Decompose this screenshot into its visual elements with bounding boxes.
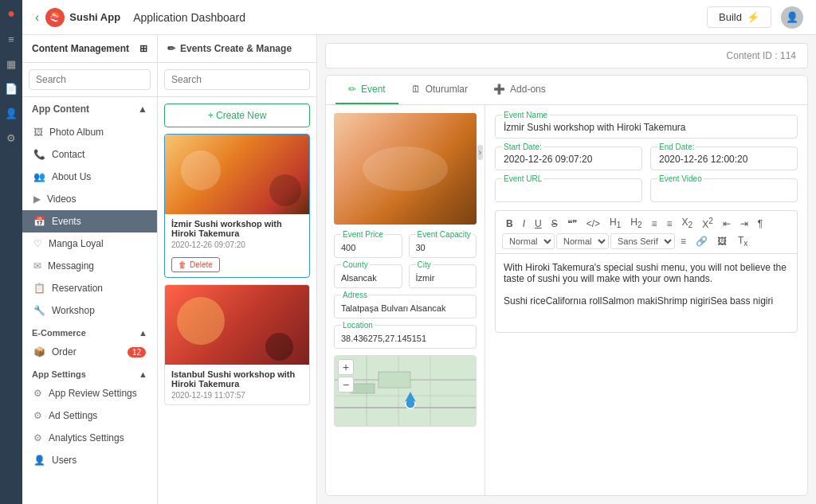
blockquote-button[interactable]: ❝❞ — [563, 217, 581, 231]
map-zoom-in-button[interactable]: + — [338, 359, 354, 375]
start-date-field: Start Date: — [495, 147, 642, 170]
font-select[interactable]: Sans Serif — [610, 233, 675, 249]
app-settings-section: App Settings ▲ — [22, 363, 157, 382]
indent-right-button[interactable]: ⇥ — [736, 217, 752, 231]
app-logo: 🍣 — [45, 8, 65, 27]
user-avatar[interactable]: 👤 — [781, 6, 803, 29]
app-content-section: App Content ▲ — [22, 97, 157, 121]
svg-rect-7 — [351, 384, 375, 393]
tab-addons[interactable]: ➕ Add-ons — [481, 76, 559, 104]
collapse-icon[interactable]: ▲ — [138, 104, 147, 115]
photo-album-icon: 🖼 — [33, 127, 43, 138]
sidebar-item-messaging[interactable]: ✉ Messaging — [22, 255, 157, 277]
delete-button-0[interactable]: 🗑 Delete — [171, 257, 220, 272]
link-button[interactable]: 🔗 — [692, 234, 712, 248]
detail-card: ✏ Event 🗓 Oturumlar ➕ Add-ons — [325, 75, 808, 496]
about-icon: 👥 — [33, 171, 45, 182]
sidebar-item-users[interactable]: 👤 Users — [22, 449, 157, 471]
create-new-button[interactable]: + Create New — [164, 104, 310, 127]
sidebar-item-videos[interactable]: ▶ Videos — [22, 188, 157, 210]
underline-button[interactable]: U — [531, 217, 546, 231]
rte-content-2: Sushi riceCalifornıa rollSalmon makiShri… — [504, 295, 789, 307]
subscript-button[interactable]: X2 — [678, 215, 697, 231]
rte-body[interactable]: With Hiroki Takemura's special sushi men… — [495, 253, 798, 333]
collapse-settings-icon[interactable]: ▲ — [139, 369, 147, 379]
image-insert-button[interactable]: 🖼 — [713, 234, 731, 248]
end-date-field: End Date: — [650, 147, 798, 170]
order-icon: 📦 — [33, 346, 45, 357]
italic-button[interactable]: I — [519, 217, 529, 231]
page-title: Application Dashboard — [133, 11, 707, 24]
city-field: City İzmir — [409, 264, 477, 288]
sidebar-item-photo-album[interactable]: 🖼 Photo Album — [22, 121, 157, 143]
detail-tabs: ✏ Event 🗓 Oturumlar ➕ Add-ons — [326, 76, 807, 105]
settings-icon[interactable]: ⚙ — [6, 132, 16, 144]
content-id-bar: Content ID : 114 — [325, 43, 808, 68]
sidebar-item-workshop[interactable]: 🔧 Workshop — [22, 299, 157, 322]
clear-format-button[interactable]: Tx — [734, 233, 751, 249]
strikethrough-button[interactable]: S — [547, 217, 562, 231]
sidebar-search — [22, 63, 157, 97]
order-badge: 12 — [128, 347, 146, 357]
event-search-input[interactable] — [164, 69, 310, 90]
ordered-list-button[interactable]: ≡ — [663, 217, 677, 231]
collapse-ecommerce-icon[interactable]: ▲ — [139, 328, 147, 338]
event-preview-panel: › Event Price 400 Event Capacity 30 — [326, 105, 485, 495]
bullet-list-button[interactable]: ≡ — [648, 217, 661, 231]
event-video-field: Event Video — [650, 178, 798, 202]
h2-button[interactable]: H2 — [626, 215, 645, 231]
icon-bar: ● ≡ ▦ 📄 👤 ⚙ — [0, 0, 22, 504]
document-icon[interactable]: 📄 — [5, 83, 18, 95]
detail-body: › Event Price 400 Event Capacity 30 — [326, 105, 807, 495]
next-arrow[interactable]: › — [477, 145, 483, 160]
event-card-0[interactable]: İzmir Sushi workshop with Hiroki Takemur… — [164, 134, 310, 278]
bold-button[interactable]: B — [502, 217, 517, 231]
menu-icon[interactable]: ≡ — [8, 33, 14, 45]
event-card-date-0: 2020-12-26 09:07:20 — [171, 240, 303, 249]
map-svg — [335, 356, 476, 426]
dashboard-icon[interactable]: ▦ — [6, 58, 16, 70]
event-price-field: Event Price 400 — [334, 234, 402, 258]
map-zoom-out-button[interactable]: − — [338, 377, 354, 393]
reservation-icon: 📋 — [33, 283, 45, 294]
h1-button[interactable]: H1 — [606, 215, 625, 231]
indent-left-button[interactable]: ⇤ — [719, 217, 735, 231]
back-button[interactable]: ‹ — [35, 10, 39, 25]
event-url-input[interactable] — [504, 186, 634, 197]
sidebar-item-analytics-settings[interactable]: ⚙ Analytics Settings — [22, 427, 157, 449]
start-date-input[interactable] — [504, 154, 634, 165]
end-date-input[interactable] — [659, 154, 789, 165]
superscript-button[interactable]: X2 — [698, 215, 717, 232]
sidebar-item-contact[interactable]: 📞 Contact — [22, 143, 157, 166]
sidebar-item-about-us[interactable]: 👥 About Us — [22, 166, 157, 188]
event-video-input[interactable] — [659, 186, 789, 197]
align-left-button[interactable]: ≡ — [677, 234, 690, 248]
style-select-2[interactable]: Normal — [556, 233, 609, 249]
address-field: Adress Talatpaşa Bulvarı Alsancak — [334, 295, 477, 318]
sidebar-search-input[interactable] — [29, 69, 151, 90]
sidebar-item-order[interactable]: 📦 Order 12 — [22, 341, 157, 363]
event-name-input[interactable] — [504, 122, 789, 133]
user-icon[interactable]: 👤 — [5, 107, 18, 119]
sidebar-item-ad-settings[interactable]: ⚙ Ad Settings — [22, 404, 157, 427]
event-card-image-0 — [165, 135, 309, 214]
build-button[interactable]: Build ⚡ — [707, 6, 771, 28]
style-select-1[interactable]: Normal — [502, 233, 555, 249]
sidebar-item-events[interactable]: 📅 Events — [22, 210, 157, 232]
sidebar: Content Management ⊞ App Content ▲ 🖼 Pho… — [22, 35, 158, 504]
sidebar-item-manga-loyal[interactable]: ♡ Manga Loyal — [22, 232, 157, 255]
tab-event[interactable]: ✏ Event — [335, 76, 398, 104]
code-button[interactable]: </> — [583, 217, 604, 231]
county-city-group: County Alsancak City İzmir — [334, 264, 477, 288]
sidebar-header: Content Management ⊞ — [22, 35, 157, 63]
events-icon: 📅 — [33, 216, 45, 227]
event-card-body-1: Istanbul Sushi workshop with Hiroki Take… — [165, 365, 309, 404]
event-card-image-1 — [165, 285, 309, 365]
paragraph-button[interactable]: ¶ — [754, 217, 767, 231]
event-card-1[interactable]: Istanbul Sushi workshop with Hiroki Take… — [164, 284, 310, 405]
tab-oturumlar[interactable]: 🗓 Oturumlar — [398, 76, 481, 104]
trash-icon: 🗑 — [178, 260, 186, 269]
sidebar-item-app-review[interactable]: ⚙ App Review Settings — [22, 382, 157, 404]
link-icon: 🔗 — [696, 236, 708, 247]
sidebar-item-reservation[interactable]: 📋 Reservation — [22, 277, 157, 299]
